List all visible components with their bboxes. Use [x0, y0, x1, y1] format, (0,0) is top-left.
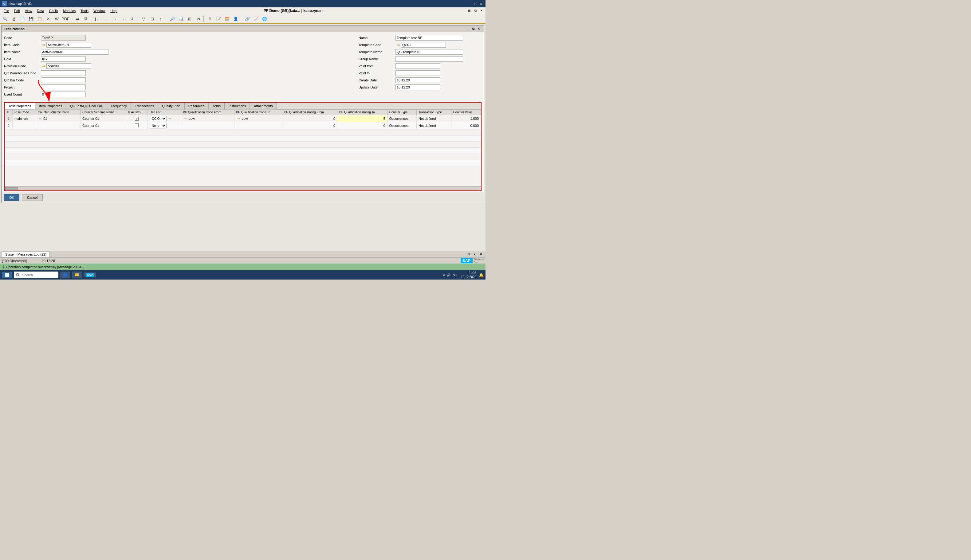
panel-restore[interactable]: ⧉: [470, 26, 476, 32]
grid-icon[interactable]: ⊞: [466, 8, 472, 13]
input-qcbin[interactable]: [41, 77, 86, 83]
cell-counter-value-2[interactable]: 0.000: [451, 122, 480, 129]
panel-minimize[interactable]: _: [465, 26, 470, 32]
cell-counter-scheme-code-1[interactable]: ⇒ 01: [36, 115, 80, 122]
tb-link[interactable]: 🔗: [244, 15, 251, 23]
cell-counter-value-1[interactable]: 1.000: [451, 115, 480, 122]
taskbar-search-container[interactable]: [14, 272, 58, 278]
cell-rule-code-2[interactable]: [13, 122, 36, 129]
menu-help[interactable]: Help: [108, 8, 120, 13]
syslog-close[interactable]: ✕: [478, 252, 484, 257]
taskbar-notification[interactable]: 🔔: [479, 273, 484, 277]
table-row[interactable]: 2 Counter 01 QC Qt None: [5, 122, 481, 129]
select-use-for-1[interactable]: QC Qt None: [150, 116, 167, 121]
start-button[interactable]: [2, 272, 12, 278]
tb-pdf[interactable]: PDF: [62, 15, 70, 23]
menu-view[interactable]: View: [22, 8, 35, 13]
cell-rule-code-1[interactable]: main rule: [13, 115, 36, 122]
taskbar-search-input[interactable]: [20, 272, 57, 277]
syslog-expand[interactable]: ▲: [472, 252, 477, 257]
table-row[interactable]: 1 main rule ⇒ 01 Counter 01 Q: [5, 115, 481, 122]
tb-preview[interactable]: 📄: [18, 15, 27, 23]
input-createdate[interactable]: [395, 77, 440, 83]
tb-calc[interactable]: 🧮: [223, 15, 231, 23]
tb-word[interactable]: W: [53, 15, 61, 23]
tab-items[interactable]: Items: [209, 103, 225, 109]
tab-qc-test[interactable]: QC Test/QC Pool Par.: [66, 103, 107, 109]
tb-print[interactable]: 🖨: [10, 15, 18, 23]
tb-info2[interactable]: 📝: [215, 15, 222, 23]
cell-bp-qual-rating-to-1[interactable]: 5: [337, 115, 387, 122]
syslog-tab[interactable]: System Messages Log (22): [2, 252, 50, 257]
input-templatename[interactable]: [395, 49, 463, 55]
tb-graph[interactable]: 📊: [177, 15, 185, 23]
menu-data[interactable]: Data: [34, 8, 47, 13]
tb-nav-last[interactable]: →|: [119, 15, 127, 23]
input-name[interactable]: [395, 35, 463, 40]
tb-find[interactable]: 🔍: [1, 15, 9, 23]
tab-item-properties[interactable]: Item Properties: [35, 103, 66, 109]
cell-is-active-1[interactable]: [126, 115, 148, 122]
tb-doc[interactable]: 📋: [36, 15, 43, 23]
tb-save[interactable]: 💾: [27, 15, 35, 23]
input-project[interactable]: [41, 85, 86, 90]
input-usedcount[interactable]: [41, 92, 86, 97]
input-revcode[interactable]: [47, 63, 91, 69]
cell-counter-type-1[interactable]: Occurrences: [387, 115, 416, 122]
cell-bp-qual-rating-to-2[interactable]: 0: [337, 122, 387, 129]
tb-user[interactable]: 👤: [232, 15, 240, 23]
menu-goto[interactable]: Go To: [47, 8, 60, 13]
cell-counter-scheme-name-1[interactable]: Counter 01: [80, 115, 126, 122]
tb-nav-next[interactable]: →: [111, 15, 118, 23]
input-uom[interactable]: [41, 56, 86, 62]
tb-filter2[interactable]: ⊟: [148, 15, 156, 23]
cell-transaction-type-2[interactable]: Not defined: [417, 122, 451, 129]
scroll-bar[interactable]: [5, 186, 481, 190]
taskbar-explorer[interactable]: [72, 272, 82, 278]
tab-attachments[interactable]: Attachments: [250, 103, 277, 109]
input-itemcode[interactable]: [47, 42, 91, 48]
tab-frequency[interactable]: Frequency: [107, 103, 131, 109]
input-templatecode[interactable]: [401, 42, 446, 48]
grid-wrapper[interactable]: # Rule Code Counter Scheme Code Counter …: [5, 109, 481, 186]
ok-button[interactable]: OK: [4, 194, 19, 201]
restore-icon[interactable]: ⧉: [472, 8, 478, 13]
input-validto[interactable]: [395, 70, 440, 76]
cell-bp-qual-rating-from-1[interactable]: 0: [282, 115, 337, 122]
syslog-restore[interactable]: ⧉: [466, 252, 471, 257]
scroll-thumb[interactable]: [5, 187, 18, 190]
cell-use-for-1[interactable]: QC Qt None ⇒: [148, 115, 181, 122]
cell-bp-qual-code-from-1[interactable]: ⇒ Low: [181, 115, 234, 122]
cell-use-for-2[interactable]: QC Qt None: [148, 122, 181, 129]
tb-chart[interactable]: 📈: [252, 15, 260, 23]
cell-counter-scheme-code-2[interactable]: [36, 122, 80, 129]
cell-bp-qual-rating-from-2[interactable]: 0: [282, 122, 337, 129]
taskbar-sap[interactable]: SAP: [83, 272, 96, 277]
input-groupname[interactable]: [395, 56, 463, 62]
cell-counter-type-2[interactable]: Occurrences: [387, 122, 416, 129]
tb-globe[interactable]: 🌐: [260, 15, 269, 23]
tb-copy[interactable]: ⧉: [82, 15, 90, 23]
input-code[interactable]: [41, 35, 86, 40]
input-itemname[interactable]: [41, 49, 108, 55]
restore-btn[interactable]: ◁: [472, 1, 477, 7]
checkbox-2[interactable]: [135, 123, 138, 127]
select-use-for-2[interactable]: QC Qt None: [150, 123, 167, 128]
close-icon[interactable]: ✕: [479, 8, 484, 13]
menu-file[interactable]: File: [1, 8, 12, 13]
tb-info[interactable]: ℹ: [206, 15, 214, 23]
menu-edit[interactable]: Edit: [12, 8, 22, 13]
tab-instructions[interactable]: Instructions: [225, 103, 250, 109]
panel-close[interactable]: ✕: [476, 26, 482, 32]
cell-transaction-type-1[interactable]: Not defined: [417, 115, 451, 122]
cell-bp-qual-code-to-2[interactable]: [234, 122, 282, 129]
close-btn[interactable]: ✕: [478, 1, 484, 7]
tb-nav-first[interactable]: |←: [93, 15, 102, 23]
tab-quality-plan[interactable]: Quality Plan: [158, 103, 184, 109]
tb-refresh[interactable]: ↺: [128, 15, 136, 23]
cell-bp-qual-code-to-1[interactable]: ⇒ Low: [234, 115, 282, 122]
tab-transactions[interactable]: Transactions: [131, 103, 158, 109]
input-qcwarehouse[interactable]: [41, 70, 86, 76]
tb-zoom[interactable]: 🔎: [169, 15, 176, 23]
tb-arrow-lr[interactable]: ⇄: [73, 15, 81, 23]
